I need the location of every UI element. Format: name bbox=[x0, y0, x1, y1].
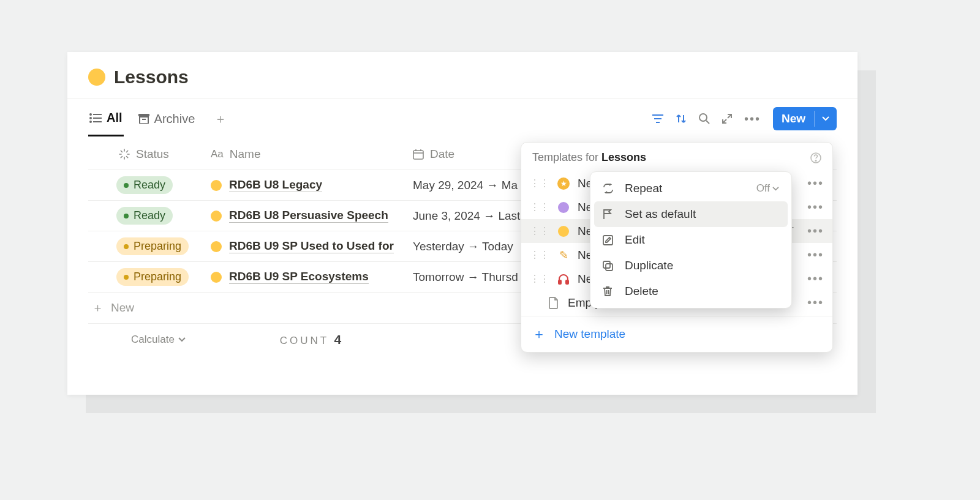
more-icon[interactable]: ••• bbox=[807, 200, 824, 214]
tab-all[interactable]: All bbox=[88, 101, 124, 136]
context-delete[interactable]: Delete bbox=[594, 278, 788, 304]
svg-rect-35 bbox=[606, 264, 612, 271]
page-dot-icon bbox=[211, 272, 222, 283]
context-repeat[interactable]: Repeat Off bbox=[594, 176, 788, 201]
new-button-caret[interactable] bbox=[814, 111, 837, 127]
repeat-icon bbox=[603, 184, 615, 193]
archive-icon bbox=[138, 114, 149, 124]
tab-archive[interactable]: Archive bbox=[137, 102, 197, 136]
yellow-dot-icon bbox=[558, 226, 569, 237]
name-cell[interactable]: RD6B U8 Legacy bbox=[211, 178, 413, 192]
chevron-down-icon bbox=[178, 337, 186, 343]
plus-icon: ＋ bbox=[532, 325, 546, 343]
add-view-button[interactable]: ＋ bbox=[209, 106, 232, 132]
toolbar: ••• New bbox=[652, 107, 837, 130]
svg-point-29 bbox=[815, 160, 816, 161]
page-header: Lessons bbox=[67, 52, 858, 99]
svg-point-4 bbox=[89, 121, 92, 123]
tabbar: All Archive ＋ ••• bbox=[67, 99, 858, 138]
svg-rect-3 bbox=[93, 118, 102, 119]
svg-rect-7 bbox=[140, 117, 148, 124]
new-button[interactable]: New bbox=[773, 107, 837, 130]
page-title[interactable]: Lessons bbox=[114, 67, 189, 88]
plus-icon: ＋ bbox=[92, 300, 104, 316]
tab-label: All bbox=[107, 111, 123, 125]
new-template-button[interactable]: ＋ New template bbox=[521, 316, 832, 352]
svg-line-13 bbox=[706, 121, 709, 124]
sort-icon[interactable] bbox=[676, 113, 687, 124]
name-cell[interactable]: RD6B U9 SP Ecosystems bbox=[211, 270, 413, 284]
tab-label: Archive bbox=[154, 112, 195, 126]
more-icon[interactable]: ••• bbox=[807, 248, 824, 262]
svg-rect-6 bbox=[138, 114, 149, 116]
svg-rect-8 bbox=[142, 119, 146, 120]
new-button-label: New bbox=[773, 107, 814, 130]
repeat-value: Off bbox=[756, 182, 779, 195]
column-date-label[interactable]: Date bbox=[430, 147, 454, 161]
svg-point-2 bbox=[89, 117, 92, 119]
page-dot-icon bbox=[211, 211, 222, 222]
svg-line-20 bbox=[121, 151, 122, 152]
svg-rect-33 bbox=[603, 236, 612, 245]
name-cell[interactable]: RD6B U8 Persuasive Speech bbox=[211, 209, 413, 223]
file-icon bbox=[549, 297, 559, 309]
more-icon[interactable]: ••• bbox=[807, 272, 824, 286]
context-duplicate[interactable]: Duplicate bbox=[594, 253, 788, 278]
duplicate-icon bbox=[603, 261, 615, 271]
svg-point-0 bbox=[89, 113, 92, 116]
pencil-icon: ✎ bbox=[559, 248, 568, 262]
svg-rect-24 bbox=[413, 151, 423, 159]
list-icon bbox=[89, 113, 102, 123]
templates-popup-header: Templates for Lessons bbox=[521, 143, 832, 170]
svg-line-23 bbox=[127, 151, 128, 152]
status-badge[interactable]: Ready bbox=[116, 176, 173, 194]
status-badge[interactable]: Preparing bbox=[116, 237, 189, 255]
template-context-menu: Repeat Off Set as default Edit Duplicate… bbox=[590, 171, 792, 308]
svg-rect-5 bbox=[93, 121, 102, 122]
svg-rect-1 bbox=[93, 114, 102, 115]
flag-icon bbox=[603, 209, 615, 220]
svg-rect-30 bbox=[559, 280, 561, 284]
svg-rect-34 bbox=[603, 261, 610, 268]
more-icon[interactable]: ••• bbox=[807, 176, 824, 190]
drag-handle-icon[interactable]: ⋮⋮ bbox=[530, 201, 549, 213]
star-icon: ★ bbox=[557, 177, 570, 190]
page-dot-icon bbox=[211, 180, 222, 191]
expand-icon[interactable] bbox=[722, 114, 732, 124]
more-icon[interactable]: ••• bbox=[807, 224, 824, 238]
more-icon[interactable]: ••• bbox=[744, 112, 761, 126]
loading-icon bbox=[119, 149, 130, 160]
trash-icon bbox=[603, 286, 615, 297]
filter-icon[interactable] bbox=[652, 114, 663, 124]
column-name-label[interactable]: Name bbox=[230, 147, 261, 161]
svg-point-12 bbox=[699, 114, 707, 121]
column-status-label[interactable]: Status bbox=[136, 147, 169, 161]
purple-dot-icon bbox=[558, 202, 569, 213]
page-dot-icon bbox=[211, 241, 222, 252]
count-display: COUNT 4 bbox=[211, 332, 413, 347]
search-icon[interactable] bbox=[699, 113, 710, 124]
headphones-icon bbox=[558, 274, 569, 285]
drag-handle-icon[interactable]: ⋮⋮ bbox=[530, 177, 549, 189]
context-edit[interactable]: Edit bbox=[594, 227, 788, 253]
context-set-default[interactable]: Set as default bbox=[594, 201, 788, 227]
name-cell[interactable]: RD6B U9 SP Used to Used for bbox=[211, 239, 413, 253]
text-icon: Aa bbox=[211, 148, 224, 160]
svg-line-21 bbox=[127, 156, 128, 157]
page-icon[interactable] bbox=[88, 69, 105, 86]
edit-icon bbox=[603, 235, 615, 245]
help-icon[interactable] bbox=[810, 152, 821, 163]
status-badge[interactable]: Preparing bbox=[116, 268, 189, 286]
calculate-menu[interactable]: Calculate bbox=[131, 332, 211, 347]
drag-handle-icon[interactable]: ⋮⋮ bbox=[530, 249, 549, 261]
drag-handle-icon[interactable]: ⋮⋮ bbox=[530, 273, 549, 285]
status-badge[interactable]: Ready bbox=[116, 207, 173, 225]
svg-line-22 bbox=[121, 156, 122, 157]
drag-handle-icon[interactable]: ⋮⋮ bbox=[530, 225, 549, 237]
svg-rect-31 bbox=[566, 280, 568, 284]
more-icon[interactable]: ••• bbox=[807, 296, 824, 310]
calendar-icon bbox=[413, 149, 424, 160]
new-row-label: New bbox=[111, 301, 134, 315]
